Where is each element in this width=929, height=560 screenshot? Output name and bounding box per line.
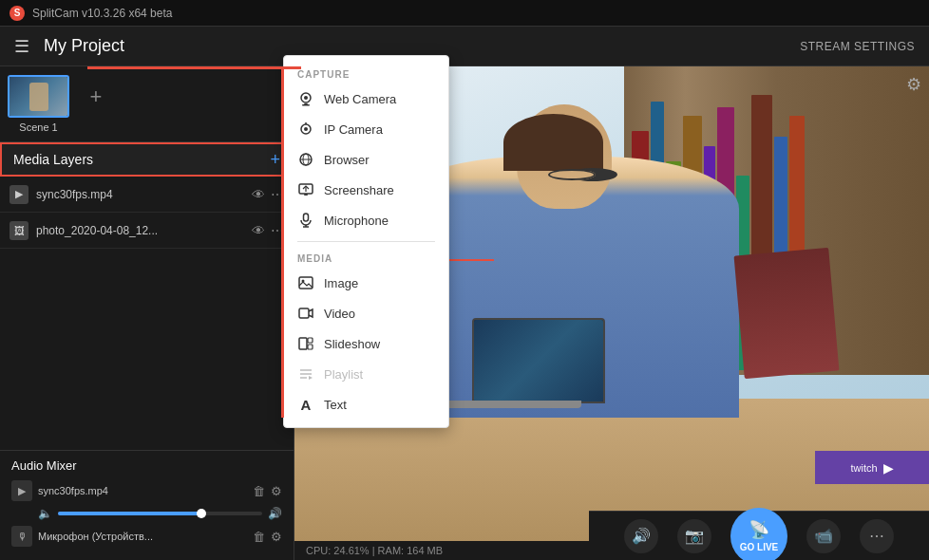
go-live-icon: 📡 bbox=[749, 519, 769, 540]
stream-settings-button[interactable]: STREAM SETTINGS bbox=[800, 40, 915, 53]
svg-rect-20 bbox=[299, 338, 307, 349]
playlist-di-icon bbox=[297, 365, 314, 383]
volume-button[interactable]: 🔊 bbox=[624, 519, 658, 553]
layer-controls-image: 👁 ⋯ bbox=[252, 223, 284, 238]
playlist-label: Playlist bbox=[324, 367, 363, 382]
slideshow-di-icon bbox=[297, 335, 314, 352]
vol-fill-1 bbox=[58, 512, 201, 515]
browser-label: Browser bbox=[324, 153, 370, 167]
dropdown-item-microphone[interactable]: Microphone bbox=[284, 205, 448, 235]
add-layer-button[interactable]: + bbox=[270, 150, 280, 170]
main-layout: Scene 1 + Media Layers + ▶ sync30fps.mp4… bbox=[0, 66, 929, 560]
svg-rect-14 bbox=[304, 214, 309, 221]
dropdown-item-image[interactable]: Image bbox=[284, 268, 448, 298]
ipcam-label: IP Camera bbox=[324, 122, 383, 137]
screenshare-icon bbox=[297, 181, 314, 198]
volume-row-1: 🔈 🔊 bbox=[11, 507, 282, 520]
svg-rect-21 bbox=[308, 338, 313, 343]
text-di-icon: A bbox=[297, 396, 314, 413]
layer-video-icon: ▶ bbox=[9, 185, 28, 204]
sidebar: Scene 1 + Media Layers + ▶ sync30fps.mp4… bbox=[0, 66, 294, 560]
svg-rect-17 bbox=[299, 277, 313, 289]
dropdown-divider bbox=[297, 241, 435, 242]
glasses bbox=[548, 169, 596, 180]
scene-thumbnail bbox=[8, 75, 69, 118]
image-di-icon bbox=[297, 274, 314, 291]
svg-rect-19 bbox=[299, 308, 309, 318]
dropdown-item-ipcam[interactable]: IP Camera bbox=[284, 114, 448, 144]
dropdown-item-video[interactable]: Video bbox=[284, 298, 448, 328]
audio-track-2: 🎙 Микрофон (Устройств... 🗑 ⚙ bbox=[11, 526, 282, 547]
webcam-icon bbox=[297, 90, 314, 107]
audio-track-1: ▶ sync30fps.mp4 🗑 ⚙ bbox=[11, 480, 282, 501]
top-bar-left: ☰ My Project bbox=[14, 36, 124, 57]
more-button[interactable]: ⋯ bbox=[860, 519, 894, 553]
vol-low-icon-1: 🔈 bbox=[38, 507, 52, 520]
audio-mixer-title: Audio Mixer bbox=[11, 458, 282, 473]
media-section-label: MEDIA bbox=[284, 248, 448, 268]
svg-rect-22 bbox=[308, 345, 313, 349]
audio-delete-2[interactable]: 🗑 bbox=[253, 530, 265, 544]
capture-section-label: CAPTURE bbox=[284, 64, 448, 84]
svg-marker-26 bbox=[309, 376, 313, 380]
camera-snapshot-button[interactable]: 📷 bbox=[677, 519, 711, 553]
audio-track-icon-1: ▶ bbox=[11, 480, 32, 501]
hamburger-menu[interactable]: ☰ bbox=[14, 36, 29, 57]
audio-delete-1[interactable]: 🗑 bbox=[253, 484, 265, 498]
dropdown-item-text[interactable]: A Text bbox=[284, 389, 448, 420]
layer-eye-icon[interactable]: 👁 bbox=[252, 187, 265, 202]
webcam-label: Web Camera bbox=[324, 92, 396, 106]
scenes-area: Scene 1 + bbox=[0, 66, 294, 142]
scene-thumbnail-inner bbox=[9, 77, 67, 116]
slideshow-label: Slideshow bbox=[324, 337, 380, 351]
audio-settings-2[interactable]: ⚙ bbox=[271, 530, 282, 544]
ipcam-icon bbox=[297, 121, 314, 138]
red-annotation-top bbox=[87, 66, 301, 69]
video-camera-button[interactable]: 📹 bbox=[806, 519, 841, 553]
person-hair bbox=[503, 114, 603, 171]
twitch-label: twitch bbox=[850, 462, 877, 474]
media-layers-title: Media Layers bbox=[13, 152, 93, 167]
svg-point-5 bbox=[304, 127, 308, 131]
app-icon: S bbox=[9, 6, 25, 21]
audio-track-name-1: sync30fps.mp4 bbox=[38, 485, 247, 496]
go-live-button[interactable]: 📡 GO LIVE bbox=[730, 508, 787, 561]
browser-icon bbox=[297, 151, 314, 168]
scene-item[interactable]: Scene 1 bbox=[8, 75, 69, 133]
status-text: CPU: 24.61% | RAM: 164 MB bbox=[306, 545, 443, 556]
preview-settings-icon[interactable]: ⚙ bbox=[906, 74, 921, 95]
twitch-panel: twitch ▶ bbox=[815, 451, 929, 484]
audio-mixer: Audio Mixer ▶ sync30fps.mp4 🗑 ⚙ 🔈 🔊 🎙 bbox=[0, 450, 294, 560]
audio-settings-1[interactable]: ⚙ bbox=[271, 484, 282, 498]
layer-name-image: photo_2020-04-08_12... bbox=[36, 224, 244, 237]
layer-controls-video: 👁 ⋯ bbox=[252, 187, 284, 202]
go-live-label: GO LIVE bbox=[740, 542, 779, 552]
project-title[interactable]: My Project bbox=[44, 36, 124, 56]
audio-track-icon-2: 🎙 bbox=[11, 526, 32, 547]
dropdown-item-webcam[interactable]: Web Camera bbox=[284, 84, 448, 114]
microphone-icon bbox=[297, 212, 314, 229]
app-title: SplitCam v10.3.26 x64 beta bbox=[32, 7, 172, 20]
add-scene-button[interactable]: + bbox=[77, 76, 115, 119]
dropdown-menu: CAPTURE Web Camera IP Camera bbox=[283, 55, 449, 428]
top-bar: ☰ My Project STREAM SETTINGS bbox=[0, 27, 929, 66]
laptop-base bbox=[434, 401, 581, 408]
dropdown-item-playlist: Playlist bbox=[284, 359, 448, 389]
layer-item-image[interactable]: 🖼 photo_2020-04-08_12... 👁 ⋯ bbox=[0, 213, 294, 249]
audio-track-name-2: Микрофон (Устройств... bbox=[38, 531, 247, 542]
vol-high-icon-1: 🔊 bbox=[268, 507, 282, 520]
dropdown-item-browser[interactable]: Browser bbox=[284, 144, 448, 175]
media-layers-header: Media Layers + bbox=[0, 142, 294, 177]
microphone-label: Microphone bbox=[324, 214, 389, 228]
video-label: Video bbox=[324, 307, 355, 321]
dropdown-item-screenshare[interactable]: Screenshare bbox=[284, 175, 448, 205]
layer-image-icon: 🖼 bbox=[9, 221, 28, 240]
twitch-arrow-icon[interactable]: ▶ bbox=[883, 460, 894, 476]
dropdown-item-slideshow[interactable]: Slideshow bbox=[284, 328, 448, 359]
layer-eye-icon-2[interactable]: 👁 bbox=[252, 223, 265, 238]
vol-slider-1[interactable] bbox=[58, 512, 262, 515]
svg-point-1 bbox=[304, 96, 308, 100]
screenshare-label: Screenshare bbox=[324, 183, 394, 197]
scene-figure bbox=[29, 83, 48, 111]
layer-item-video[interactable]: ▶ sync30fps.mp4 👁 ⋯ bbox=[0, 177, 294, 213]
